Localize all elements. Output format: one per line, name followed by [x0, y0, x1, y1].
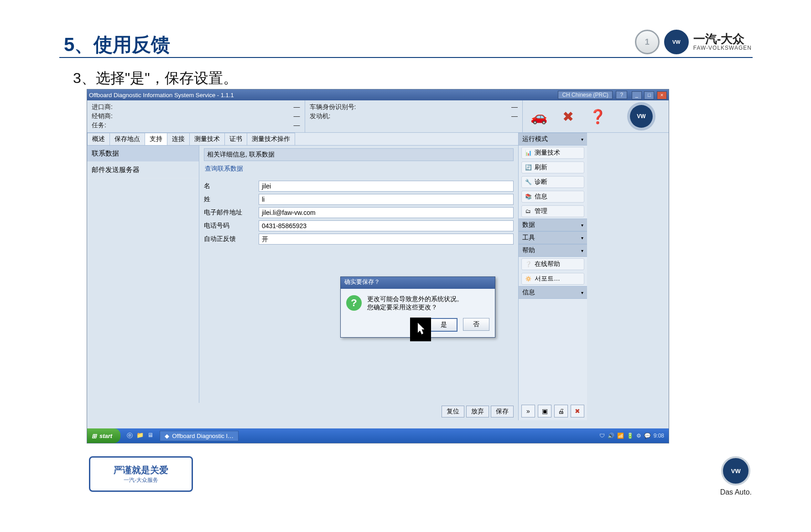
- slogan-line2: 一汽-大众服务: [124, 476, 158, 484]
- faw-logo-icon: 1: [635, 30, 660, 54]
- sidebar-item[interactable]: 📊测量技术: [521, 147, 584, 159]
- sidebar-section-header[interactable]: 信息▾: [519, 286, 587, 299]
- iconbar-button[interactable]: 🖨: [554, 405, 568, 417]
- sidebar-section-header[interactable]: 运行模式▾: [519, 133, 587, 146]
- text-input[interactable]: 开: [259, 234, 514, 245]
- sidebar-section-header[interactable]: 帮助▾: [519, 244, 587, 257]
- tray-icon[interactable]: 📶: [617, 433, 624, 439]
- settings-tabs: 概述保存地点支持连接测量技术证书测量技术操作: [87, 133, 518, 146]
- explorer-icon[interactable]: 📁: [136, 432, 144, 440]
- iconbar-button[interactable]: »: [521, 405, 535, 417]
- brand-name-cn: 一汽-大众: [693, 33, 752, 45]
- dialog-yes-button[interactable]: 是: [430, 318, 457, 332]
- chevron-icon: ▾: [581, 248, 583, 253]
- text-input[interactable]: jilei.li@faw-vw.com: [259, 207, 514, 218]
- das-auto-caption: Das Auto.: [720, 488, 752, 496]
- item-icon: 📊: [525, 149, 532, 156]
- item-label: 信息: [535, 193, 547, 201]
- tray-icon[interactable]: 💬: [644, 433, 651, 439]
- window-maximize-button[interactable]: □: [644, 91, 654, 99]
- contact-form: 相关详细信息, 联系数据 查询联系数据 名jilei姓li电子邮件地址jilei…: [199, 146, 518, 403]
- app-icon: ◆: [165, 433, 169, 439]
- slide-title: 5、使用反馈: [64, 32, 170, 57]
- tab-5[interactable]: 证书: [224, 133, 247, 145]
- item-icon: 🔧: [525, 178, 532, 186]
- quick-launch: ⓔ 📁 🖥: [127, 432, 153, 440]
- brand-logos: 1 VW 一汽-大众 FAW-VOLKSWAGEN: [635, 30, 752, 54]
- system-tray: 🛡 🔊 📶 🔋 ⚙ 💬 9:08: [599, 433, 669, 439]
- sidebar-section-header[interactable]: 数据▾: [519, 219, 587, 231]
- app-window: Offboard Diagnostic Information System S…: [87, 89, 669, 443]
- action-button[interactable]: 放弃: [466, 406, 489, 417]
- tab-0[interactable]: 概述: [87, 133, 110, 145]
- tray-icon[interactable]: 🔊: [608, 433, 614, 439]
- field-label: 姓: [204, 195, 259, 203]
- car-status-icon: 🚗: [530, 109, 547, 125]
- sidebar-item[interactable]: 🔧诊断: [521, 176, 584, 188]
- iconbar-button[interactable]: ✖: [571, 405, 584, 417]
- field-label: 电话号码: [204, 222, 259, 230]
- item-icon: 📚: [525, 193, 532, 200]
- tray-clock: 9:08: [654, 433, 664, 439]
- chevron-icon: ▾: [581, 223, 583, 228]
- form-header: 相关详细信息, 联系数据: [204, 148, 514, 161]
- start-label: start: [99, 433, 112, 439]
- cross-status-icon: ✖: [562, 109, 574, 125]
- iconbar-button[interactable]: ▣: [538, 405, 551, 417]
- chevron-icon: ▾: [581, 235, 583, 240]
- text-input[interactable]: 0431-85865923: [259, 220, 514, 231]
- item-label: 诊断: [535, 178, 547, 186]
- sidebar-item[interactable]: 🔅서포트…: [521, 273, 584, 285]
- window-minimize-button[interactable]: _: [632, 91, 642, 99]
- desktop-icon[interactable]: 🖥: [147, 432, 153, 440]
- window-close-button[interactable]: ×: [657, 91, 667, 99]
- form-actions: 复位放弃保存: [87, 403, 518, 420]
- sidebar-iconbar: »▣🖨✖: [519, 402, 587, 420]
- taskbar: ⊞ start ⓔ 📁 🖥 ◆ Offboard Diagnostic I… 🛡…: [87, 428, 669, 443]
- sidebar-item[interactable]: 🗂管理: [521, 205, 584, 217]
- tray-icon[interactable]: 🛡: [599, 433, 605, 439]
- field-label: 名: [204, 182, 259, 190]
- item-icon: 🗂: [525, 208, 532, 215]
- tray-icon[interactable]: 🔋: [627, 433, 634, 439]
- item-label: 测量技术: [535, 149, 560, 157]
- text-input[interactable]: jilei: [259, 181, 514, 192]
- taskbar-app-button[interactable]: ◆ Offboard Diagnostic I…: [160, 431, 239, 441]
- text-input[interactable]: li: [259, 194, 514, 205]
- item-icon: 🔅: [525, 275, 532, 282]
- status-icons: 🚗 ✖ ❓: [523, 100, 614, 132]
- start-button[interactable]: ⊞ start: [87, 428, 120, 443]
- subnav-item[interactable]: 邮件发送服务器: [87, 162, 199, 178]
- tab-2[interactable]: 支持: [145, 133, 167, 145]
- divider: [59, 57, 753, 58]
- tab-4[interactable]: 测量技术: [189, 133, 225, 145]
- tab-3[interactable]: 连接: [167, 133, 190, 145]
- tray-icon[interactable]: ⚙: [636, 433, 641, 439]
- dialog-no-button[interactable]: 否: [463, 318, 489, 331]
- tab-1[interactable]: 保存地点: [109, 133, 145, 145]
- dialog-message-line2: 您确定要采用这些更改？: [367, 303, 463, 312]
- tab-6[interactable]: 测量技术操作: [247, 133, 295, 145]
- action-button[interactable]: 复位: [442, 406, 464, 417]
- chevron-icon: ▾: [581, 137, 583, 142]
- field-label: 电子邮件地址: [204, 209, 259, 217]
- sidebar-section-header[interactable]: 工具▾: [519, 231, 587, 244]
- item-label: 서포트…: [535, 275, 560, 283]
- vehicle-info-bar: 进口商:—经销商:—任务:— 车辆身份识别号:—发动机:— 🚗 ✖ ❓ VW: [87, 100, 669, 133]
- step-instruction: 3、选择"是"，保存设置。: [73, 68, 238, 89]
- dialog-title: 确实要保存？: [341, 277, 495, 289]
- query-contact-link[interactable]: 查询联系数据: [205, 165, 243, 173]
- ie-icon[interactable]: ⓔ: [127, 432, 133, 440]
- sidebar-item[interactable]: 🔄刷新: [521, 162, 584, 173]
- item-icon: 🔄: [525, 164, 532, 171]
- sidebar-item[interactable]: 📚信息: [521, 191, 584, 203]
- footer-vw-logo: VW Das Auto.: [720, 456, 752, 496]
- windows-logo-icon: ⊞: [92, 433, 97, 439]
- service-slogan-badge: 严谨就是关爱 一汽-大众服务: [89, 456, 193, 492]
- action-button[interactable]: 保存: [491, 406, 514, 417]
- sidebar-item[interactable]: ❔在线帮助: [521, 258, 584, 270]
- chevron-icon: ▾: [581, 290, 583, 295]
- help-button[interactable]: ?: [616, 91, 627, 99]
- language-button[interactable]: CH Chinese (PRC): [558, 91, 612, 99]
- subnav-item[interactable]: 联系数据: [87, 146, 199, 162]
